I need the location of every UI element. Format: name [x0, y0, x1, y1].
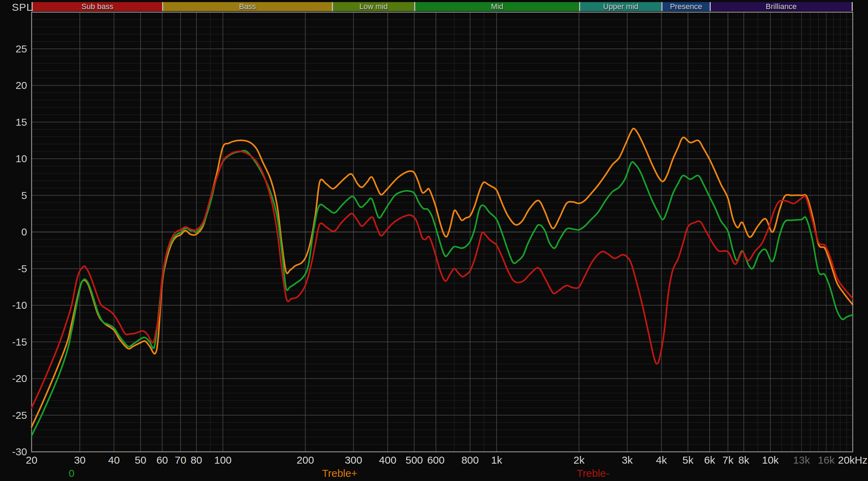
x-tick-label: 6k [704, 454, 715, 466]
x-tick-label: 13k [793, 454, 810, 466]
y-tick-label: -15 [0, 336, 27, 348]
x-tick-label: 500 [406, 454, 423, 466]
legend-item-0: 0 [69, 467, 75, 479]
x-tick-label: 300 [345, 454, 362, 466]
x-tick-label: 600 [427, 454, 444, 466]
y-tick-label: 5 [0, 190, 27, 201]
legend-item-treble-: Treble+ [322, 467, 357, 479]
y-tick-label: 20 [0, 80, 27, 91]
curve-0 [32, 151, 853, 436]
x-tick-label: 20 [26, 454, 37, 466]
legend-item-treble-: Treble- [577, 467, 609, 479]
x-tick-label: 400 [379, 454, 397, 466]
x-tick-label: 60 [156, 454, 168, 466]
y-tick-label: -10 [0, 299, 27, 311]
x-tick-label: 100 [214, 454, 232, 466]
y-tick-label: -30 [0, 446, 27, 458]
x-tick-label: 5k [683, 454, 694, 466]
y-tick-label: -5 [0, 263, 27, 275]
y-tick-label: -25 [0, 409, 27, 421]
y-tick-label: 0 [0, 226, 27, 238]
x-tick-label: 1k [491, 454, 502, 466]
y-tick-label: 25 [0, 43, 27, 55]
x-tick-label: 20kHz [838, 454, 867, 466]
x-tick-label: 16k [818, 454, 834, 466]
curve-treble- [32, 151, 853, 408]
x-tick-label: 200 [297, 454, 314, 466]
y-tick-label: 10 [0, 153, 27, 165]
x-tick-label: 10k [762, 454, 779, 466]
x-tick-label: 3k [622, 454, 633, 466]
y-tick-label: -20 [0, 373, 27, 384]
x-tick-label: 2k [574, 454, 585, 466]
x-tick-label: 50 [135, 454, 146, 466]
x-tick-label: 800 [461, 454, 479, 466]
x-tick-label: 8k [738, 454, 749, 466]
spl-frequency-response-chart: SPL Sub bassBassLow midMidUpper midPrese… [0, 0, 868, 481]
x-tick-label: 7k [723, 454, 734, 466]
frequency-response-plot [0, 0, 868, 481]
y-tick-label: 15 [0, 116, 27, 128]
x-tick-label: 40 [108, 454, 120, 466]
x-tick-label: 80 [191, 454, 202, 466]
x-tick-label: 70 [175, 454, 186, 466]
x-tick-label: 30 [74, 454, 85, 466]
x-tick-label: 4k [656, 454, 667, 466]
